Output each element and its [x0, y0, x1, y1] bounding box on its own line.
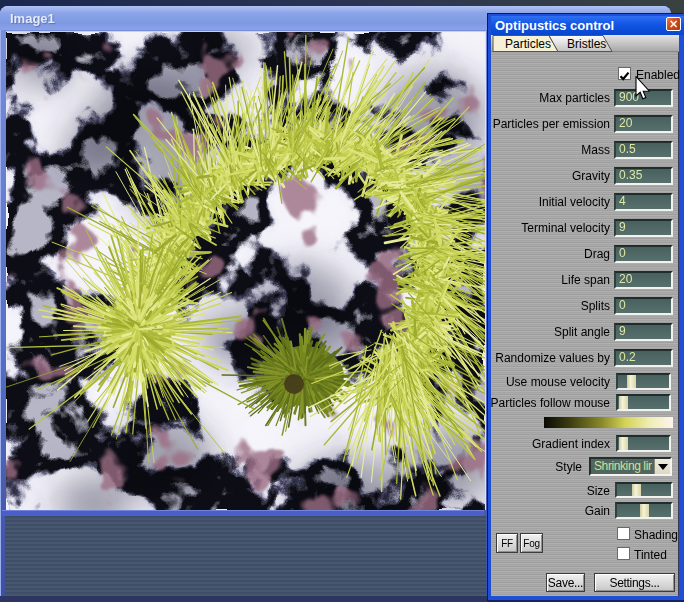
svg-text:Particles: Particles	[505, 37, 551, 51]
svg-text:Bristles: Bristles	[567, 37, 606, 51]
